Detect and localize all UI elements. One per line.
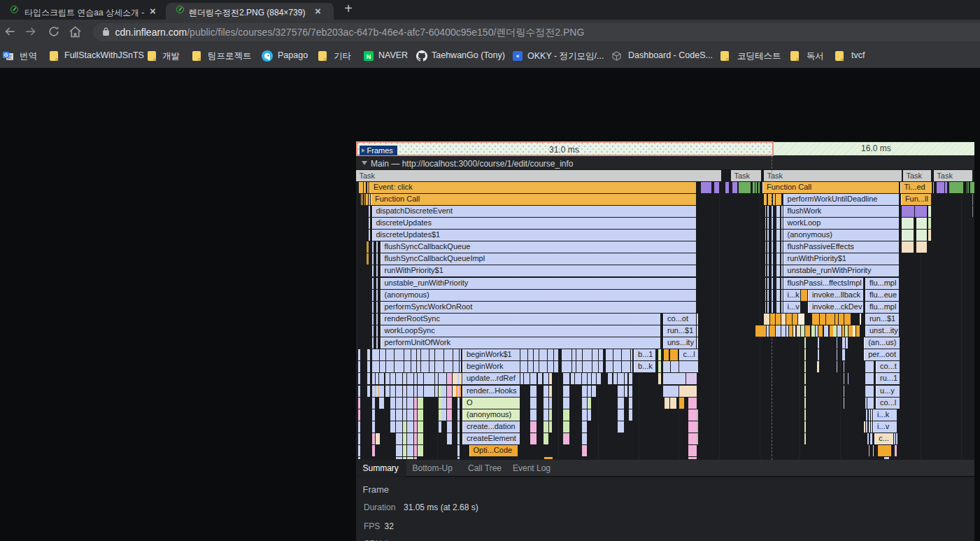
svg-text:N: N [367,52,371,59]
svg-text:G: G [4,52,8,57]
svg-text:«: « [516,52,520,59]
